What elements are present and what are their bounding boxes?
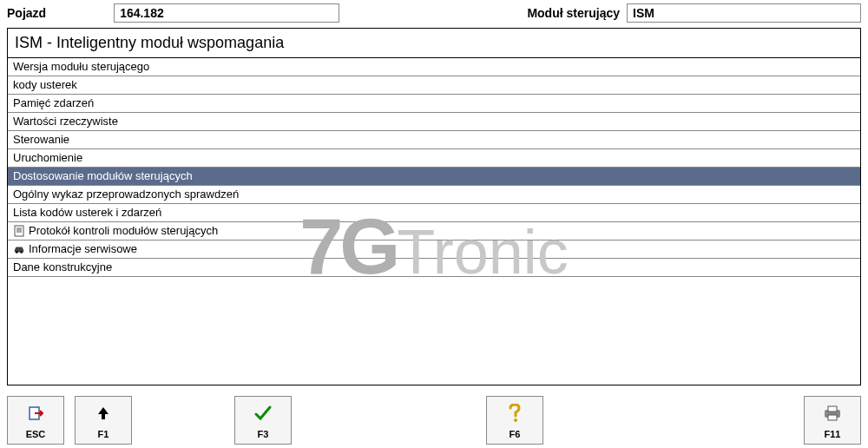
esc-button[interactable]: ESC: [7, 396, 64, 445]
svg-rect-9: [828, 406, 837, 412]
svg-point-5: [20, 251, 23, 254]
f6-button[interactable]: F6: [486, 396, 543, 445]
menu-item[interactable]: Dane konstrukcyjne: [8, 259, 860, 277]
menu-item-label: Dostosowanie modułów sterujących: [13, 169, 193, 183]
panel-title: ISM - Inteligentny moduł wspomagania: [8, 29, 860, 58]
help-icon: [506, 401, 523, 425]
document-icon: [13, 225, 25, 237]
check-icon: [253, 401, 273, 425]
footer-bar: ESC F1 F3 F6: [0, 392, 868, 448]
vehicle-label: Pojazd: [7, 6, 46, 20]
module-label: Moduł sterujący: [527, 6, 620, 20]
f6-label: F6: [510, 429, 521, 439]
svg-point-4: [16, 251, 18, 254]
menu-item[interactable]: Dostosowanie modułów sterujących: [8, 168, 860, 186]
esc-label: ESC: [26, 429, 46, 439]
menu-item-label: Wartości rzeczywiste: [13, 115, 118, 128]
svg-rect-10: [828, 415, 837, 420]
menu-item[interactable]: Protokół kontroli modułów sterujących: [8, 222, 860, 240]
module-input[interactable]: [627, 3, 861, 23]
f1-label: F1: [98, 429, 109, 439]
car-icon: [13, 243, 25, 255]
print-icon: [822, 401, 843, 425]
menu-item-label: kody usterek: [13, 78, 77, 92]
menu-item[interactable]: Wersja modułu sterującego: [8, 58, 860, 76]
menu-item[interactable]: Uruchomienie: [8, 149, 860, 168]
f11-button[interactable]: F11: [804, 396, 861, 445]
f1-button[interactable]: F1: [75, 396, 132, 445]
menu-item-label: Wersja modułu sterującego: [13, 60, 149, 74]
menu-item[interactable]: Informacje serwisowe: [8, 240, 860, 259]
menu-item[interactable]: Wartości rzeczywiste: [8, 113, 860, 131]
menu-item[interactable]: kody usterek: [8, 76, 860, 95]
menu-item-label: Ogólny wykaz przeprowadzonych sprawdzeń: [13, 188, 239, 201]
menu-item-label: Lista kodów usterek i zdarzeń: [13, 206, 161, 220]
svg-rect-0: [15, 226, 23, 236]
menu-list: Wersja modułu sterującegokody usterekPam…: [8, 58, 860, 277]
menu-item-label: Pamięć zdarzeń: [13, 96, 94, 110]
menu-item-label: Uruchomienie: [13, 151, 82, 165]
menu-item[interactable]: Sterowanie: [8, 131, 860, 149]
menu-item[interactable]: Lista kodów usterek i zdarzeń: [8, 204, 860, 222]
menu-item[interactable]: Ogólny wykaz przeprowadzonych sprawdzeń: [8, 186, 860, 204]
f3-label: F3: [258, 429, 269, 439]
svg-point-7: [514, 418, 517, 422]
main-panel: ISM - Inteligentny moduł wspomagania Wer…: [7, 28, 861, 385]
exit-icon: [27, 401, 44, 425]
up-arrow-icon: [95, 401, 111, 425]
f3-button[interactable]: F3: [234, 396, 292, 445]
menu-item-label: Sterowanie: [13, 133, 69, 147]
menu-item[interactable]: Pamięć zdarzeń: [8, 95, 860, 113]
menu-item-label: Dane konstrukcyjne: [13, 260, 112, 274]
menu-item-label: Informacje serwisowe: [29, 242, 137, 256]
vehicle-input[interactable]: [114, 3, 339, 23]
f11-label: F11: [825, 429, 841, 439]
menu-item-label: Protokół kontroli modułów sterujących: [29, 224, 218, 238]
